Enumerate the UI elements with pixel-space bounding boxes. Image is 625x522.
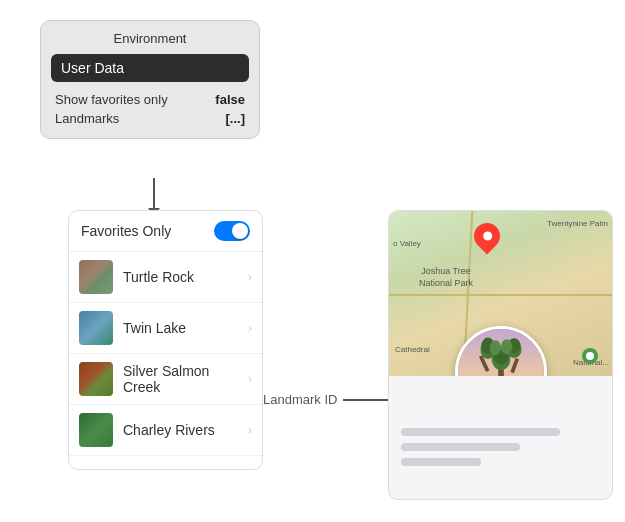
env-key-landmarks: Landmarks xyxy=(55,111,119,126)
environment-box: Environment User Data Show favorites onl… xyxy=(40,20,260,139)
map-pin-center xyxy=(483,232,492,241)
map-pin xyxy=(474,223,500,249)
item-name-turtle-rock: Turtle Rock xyxy=(123,269,248,285)
arrow-line-vertical xyxy=(153,178,155,208)
favorites-row: Favorites Only xyxy=(69,211,262,252)
env-row-favorites: Show favorites only false xyxy=(51,90,249,109)
env-value-favorites: false xyxy=(215,92,245,107)
list-item-twin-lake[interactable]: Twin Lake › xyxy=(69,303,262,354)
thumbnail-charley-rivers xyxy=(79,413,113,447)
user-data-header: User Data xyxy=(51,54,249,82)
item-name-twin-lake: Twin Lake xyxy=(123,320,248,336)
env-key-favorites: Show favorites only xyxy=(55,92,168,107)
map-background: Twentynine Palm o Valley Joshua TreeNati… xyxy=(389,211,612,376)
detail-line-1 xyxy=(401,428,560,436)
list-item-turtle-rock[interactable]: Turtle Rock › xyxy=(69,252,262,303)
env-value-landmarks: [...] xyxy=(226,111,246,126)
map-detail-area xyxy=(389,376,612,476)
detail-line-2 xyxy=(401,443,520,451)
thumbnail-twin-lake xyxy=(79,311,113,345)
list-item-charley-rivers[interactable]: Charley Rivers › xyxy=(69,405,262,456)
chevron-icon-turtle-rock: › xyxy=(248,270,252,284)
favorites-toggle[interactable] xyxy=(214,221,250,241)
map-label-left: o Valley xyxy=(393,239,421,248)
chevron-icon-charley-rivers: › xyxy=(248,423,252,437)
thumbnail-silver-salmon xyxy=(79,362,113,396)
map-road-2 xyxy=(389,294,612,296)
map-label-top-right: Twentynine Palm xyxy=(547,219,608,229)
env-row-landmarks: Landmarks [...] xyxy=(51,109,249,128)
detail-line-3 xyxy=(401,458,481,466)
map-label-park: Joshua TreeNational Park xyxy=(419,266,473,289)
favorites-label: Favorites Only xyxy=(81,223,171,239)
chevron-icon-silver-salmon: › xyxy=(248,372,252,386)
item-name-silver-salmon: Silver Salmon Creek xyxy=(123,363,248,395)
list-panel: Favorites Only Turtle Rock › Twin Lake ›… xyxy=(68,210,263,470)
svg-point-13 xyxy=(489,340,500,355)
svg-point-14 xyxy=(501,339,512,354)
map-label-bottom-left: Cathedral xyxy=(395,345,430,354)
list-item-silver-salmon[interactable]: Silver Salmon Creek › xyxy=(69,354,262,405)
thumbnail-turtle-rock xyxy=(79,260,113,294)
map-panel: Twentynine Palm o Valley Joshua TreeNati… xyxy=(388,210,613,500)
environment-title: Environment xyxy=(51,31,249,46)
toggle-knob xyxy=(232,223,248,239)
park-icon-inner xyxy=(586,352,594,360)
chevron-icon-twin-lake: › xyxy=(248,321,252,335)
park-icon xyxy=(582,348,598,364)
map-pin-head xyxy=(469,218,506,255)
landmark-id-label: Landmark ID xyxy=(263,392,337,407)
item-name-charley-rivers: Charley Rivers xyxy=(123,422,248,438)
